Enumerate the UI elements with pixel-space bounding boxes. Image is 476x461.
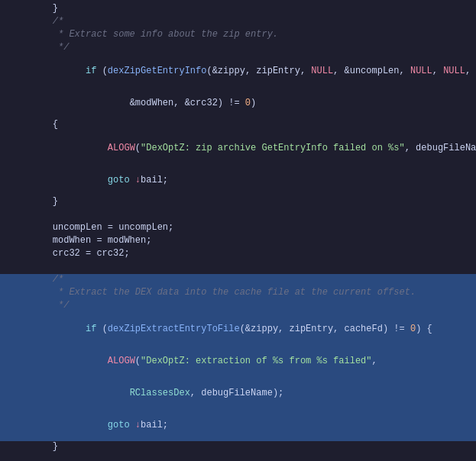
code-line: * Extract some info about the zip entry. [0,29,476,42]
code-line: uncompLen = uncompLen; [0,222,476,235]
code-line: goto ↓bail; [0,164,476,196]
code-line: modWhen = modWhen; [0,235,476,248]
code-line: } [0,441,476,454]
code-line: { [0,119,476,132]
code-line-highlighted: RClassesDex, debugFileName); [0,377,476,409]
code-line [0,454,476,461]
code-line: } [0,3,476,16]
code-editor: } /* * Extract some info about the zip e… [0,0,476,461]
code-line: crc32 = crc32; [0,248,476,261]
code-line [0,261,476,274]
code-line-highlighted: if (dexZipExtractEntryToFile(&zippy, zip… [0,313,476,345]
code-line: } [0,196,476,209]
code-line: &modWhen, &crc32) != 0) [0,87,476,119]
code-line-highlighted: * Extract the DEX data into the cache fi… [0,287,476,300]
code-line-highlighted: /* [0,274,476,287]
code-line: if (dexZipGetEntryInfo(&zippy, zipEntry,… [0,55,476,87]
code-line-highlighted: */ [0,300,476,313]
code-line-highlighted: ALOGW("DexOptZ: extraction of %s from %s… [0,345,476,377]
code-line-highlighted: goto ↓bail; [0,409,476,441]
code-line [0,209,476,222]
code-line: /* [0,16,476,29]
code-line: */ [0,42,476,55]
code-line: ALOGW("DexOptZ: zip archive GetEntryInfo… [0,132,476,164]
